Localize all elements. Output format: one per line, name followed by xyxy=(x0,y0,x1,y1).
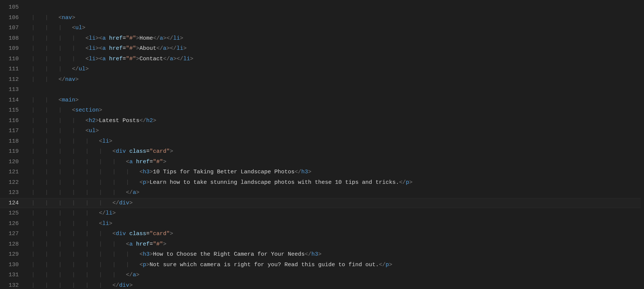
code-line[interactable]: | | | | <li><a href="#">About</a></li> xyxy=(31,43,641,54)
code-line[interactable]: | | | <section> xyxy=(31,105,641,116)
line-number: 131 xyxy=(0,270,25,280)
line-number: 126 xyxy=(0,219,25,229)
line-number: 109 xyxy=(0,43,25,54)
line-number: 113 xyxy=(0,85,25,95)
line-number: 112 xyxy=(0,74,25,85)
line-number: 107 xyxy=(0,23,25,33)
line-number: 122 xyxy=(0,177,25,188)
code-line[interactable]: | | | | | | | </a> xyxy=(31,188,641,198)
code-line[interactable]: | | | | | | </div> xyxy=(31,280,641,289)
line-number: 129 xyxy=(0,249,25,260)
line-number: 108 xyxy=(0,33,25,44)
code-line[interactable]: | | | | | <li> xyxy=(31,136,641,147)
code-line[interactable]: | | | | | | </div> xyxy=(31,198,641,209)
code-line[interactable]: | | | | | | <div class="card"> xyxy=(31,146,641,157)
code-line[interactable]: | | | | | | | | <p>Not sure which camera… xyxy=(31,260,641,270)
code-line[interactable]: | | | | | | <div class="card"> xyxy=(31,229,641,239)
line-number: 127 xyxy=(0,229,25,239)
code-line[interactable]: | | | </ul> xyxy=(31,64,641,74)
minimap-scrollbar[interactable] xyxy=(641,0,644,289)
code-line[interactable] xyxy=(31,85,641,95)
code-line[interactable]: | | | | | | | | <p>Learn how to take stu… xyxy=(31,177,641,188)
code-editor-area[interactable]: | | <nav>| | | <ul>| | | | <li><a href="… xyxy=(25,0,641,289)
line-number: 124 xyxy=(0,198,25,209)
line-number: 117 xyxy=(0,126,25,136)
code-line[interactable]: | | | <ul> xyxy=(31,23,641,33)
line-number: 123 xyxy=(0,188,25,198)
code-line[interactable]: | | | | <h2>Latest Posts</h2> xyxy=(31,116,641,126)
code-line[interactable]: | | | | <li><a href="#">Home</a></li> xyxy=(31,33,641,44)
line-number-gutter: 1051061071081091101111121131141151161171… xyxy=(0,0,25,289)
line-number: 111 xyxy=(0,64,25,74)
code-line[interactable]: | | | | | | | | <h3>10 Tips for Taking B… xyxy=(31,167,641,177)
line-number: 125 xyxy=(0,208,25,219)
code-line[interactable]: | | | | | | | </a> xyxy=(31,270,641,280)
code-line[interactable] xyxy=(31,2,641,13)
code-line[interactable]: | | </nav> xyxy=(31,74,641,85)
code-line[interactable]: | | <nav> xyxy=(31,13,641,23)
code-line[interactable]: | | | | | <li> xyxy=(31,219,641,229)
code-line[interactable]: | | | | | | | | <h3>How to Choose the Ri… xyxy=(31,249,641,260)
line-number: 115 xyxy=(0,105,25,116)
line-number: 114 xyxy=(0,95,25,106)
line-number: 110 xyxy=(0,54,25,64)
line-number: 119 xyxy=(0,146,25,157)
line-number: 130 xyxy=(0,260,25,270)
code-line[interactable]: | | | | | </li> xyxy=(31,208,641,219)
line-number: 121 xyxy=(0,167,25,177)
line-number: 105 xyxy=(0,2,25,13)
line-number: 106 xyxy=(0,13,25,23)
line-number: 118 xyxy=(0,136,25,147)
code-line[interactable]: | | | | <ul> xyxy=(31,126,641,136)
line-number: 116 xyxy=(0,116,25,126)
code-line[interactable]: | | | | | | | <a href="#"> xyxy=(31,239,641,250)
line-number: 128 xyxy=(0,239,25,250)
line-number: 132 xyxy=(0,280,25,289)
code-line[interactable]: | | <main> xyxy=(31,95,641,106)
code-line[interactable]: | | | | <li><a href="#">Contact</a></li> xyxy=(31,54,641,64)
code-line[interactable]: | | | | | | | <a href="#"> xyxy=(31,157,641,167)
line-number: 120 xyxy=(0,157,25,167)
